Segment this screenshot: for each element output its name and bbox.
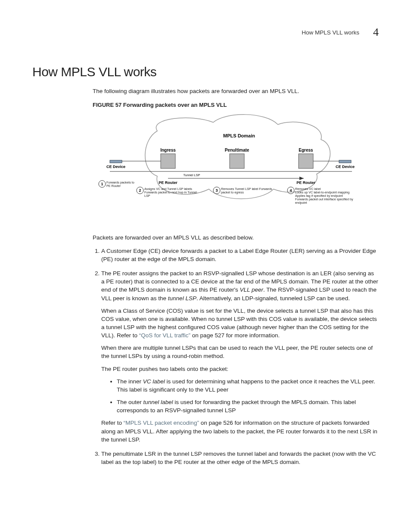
penultimate-router-icon xyxy=(230,154,244,168)
pe-left-label: PE Router xyxy=(159,180,177,185)
step-2-cos: When a Class of Service (COS) value is s… xyxy=(101,307,379,340)
step-2-roundrobin: When there are multiple tunnel LSPs that… xyxy=(101,344,379,360)
ingress-router-icon xyxy=(161,154,175,168)
step-1-text: A Customer Edge (CE) device forwards a p… xyxy=(101,248,376,262)
running-header: How MPLS VLL works 4 xyxy=(32,26,379,39)
vc-label-term: VC label xyxy=(143,378,165,385)
cos-text-b: on page 527 for more information. xyxy=(190,332,280,339)
vll-peer-term: VLL peer xyxy=(240,286,264,293)
svg-text:2: 2 xyxy=(139,188,141,193)
step-2-refer: Refer to “MPLS VLL packet encoding” on p… xyxy=(101,419,379,443)
b2-a: The outer xyxy=(117,399,143,405)
running-title: How MPLS VLL works xyxy=(302,29,359,36)
ce-right-label: CE Device xyxy=(336,165,355,169)
qos-link[interactable]: “QoS for VLL traffic” xyxy=(139,332,190,339)
content-body: The following diagram illustrates how pa… xyxy=(93,87,379,466)
step4-text: Removes VC label Looks up VC label-to-en… xyxy=(295,187,364,205)
svg-text:4: 4 xyxy=(290,188,292,193)
mpls-domain-label: MPLS Domain xyxy=(223,133,255,138)
list-item: The inner VC label is used for determini… xyxy=(117,377,379,394)
list-item: The outer tunnel label is used for forwa… xyxy=(117,398,379,414)
svg-text:1: 1 xyxy=(101,182,103,186)
tunnel-label-term: tunnel label xyxy=(143,399,173,405)
step-3-text: The penultimate LSR in the tunnel LSP re… xyxy=(101,451,376,465)
step-2-push: The PE router pushes two labels onto the… xyxy=(101,365,379,373)
pe-right-label: PE Router xyxy=(296,180,315,185)
document-page: How MPLS VLL works 4 How MPLS VLL works … xyxy=(0,0,411,498)
egress-router-icon xyxy=(299,154,313,168)
ce-right-icon xyxy=(339,160,351,163)
step1-text: Forwards packets to PE Router xyxy=(106,181,139,188)
svg-text:3: 3 xyxy=(215,188,218,193)
tunnel-lsp-term: tunnel LSP xyxy=(168,295,196,302)
penultimate-label: Penultimate xyxy=(225,148,249,152)
figure-diagram: MPLS Domain Ingress Penultimate Egress C… xyxy=(93,114,379,221)
list-item: The penultimate LSR in the tunnel LSP re… xyxy=(101,450,379,466)
chapter-number: 4 xyxy=(373,26,379,39)
lead-paragraph: Packets are forwarded over an MPLS VLL a… xyxy=(93,233,379,242)
figure-title: Forwarding packets over an MPLS VLL xyxy=(123,102,227,108)
egress-label: Egress xyxy=(299,148,313,152)
step-2-c: . Alternatively, an LDP-signaled, tunnel… xyxy=(196,295,350,302)
figure-caption: FIGURE 57 Forwarding packets over an MPL… xyxy=(93,101,379,109)
list-item: The PE router assigns the packet to an R… xyxy=(101,269,379,444)
ingress-label: Ingress xyxy=(160,148,176,152)
label-bullets: The inner VC label is used for determini… xyxy=(101,377,379,415)
list-item: A Customer Edge (CE) device forwards a p… xyxy=(101,247,379,263)
section-title: How MPLS VLL works xyxy=(32,65,379,79)
encoding-link[interactable]: “MPLS VLL packet encoding” xyxy=(124,420,199,426)
b1-a: The inner xyxy=(117,378,143,385)
figure-number: FIGURE 57 xyxy=(93,102,121,108)
ce-left-label: CE Device xyxy=(106,165,125,169)
step3-text: Removes Tunnel LSP label Forwards packet… xyxy=(221,187,275,194)
intro-paragraph: The following diagram illustrates how pa… xyxy=(93,87,379,95)
step2-text: Assigns VC and Tunnel LSP labels Forward… xyxy=(144,187,202,198)
tunnel-lsp-label: Tunnel LSP xyxy=(184,173,200,177)
ce-left-icon xyxy=(110,160,122,163)
refer-a: Refer to xyxy=(101,420,124,426)
svg-marker-4 xyxy=(299,177,304,180)
numbered-steps: A Customer Edge (CE) device forwards a p… xyxy=(93,247,379,466)
